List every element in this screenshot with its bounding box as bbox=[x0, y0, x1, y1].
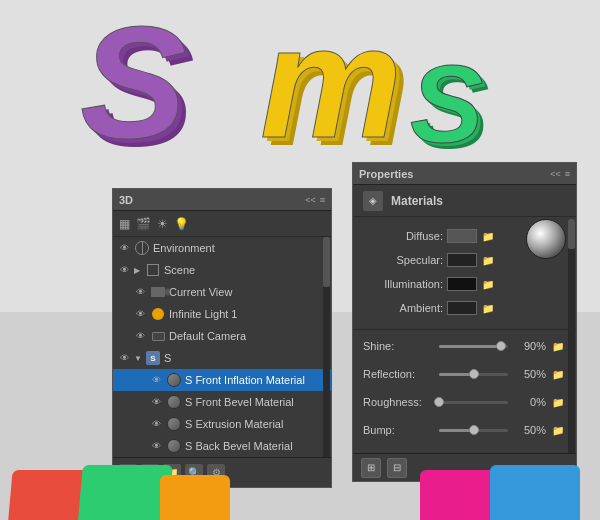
prop-scrollbar[interactable] bbox=[568, 219, 575, 469]
illumination-swatch[interactable] bbox=[447, 277, 477, 291]
toolbar-film-icon[interactable]: 🎬 bbox=[136, 217, 151, 231]
prop-row-diffuse: Diffuse: 📁 bbox=[363, 225, 521, 247]
eye-icon-environment[interactable]: 👁 bbox=[117, 241, 131, 255]
bottom-settings-icon[interactable]: ⚙ bbox=[207, 464, 225, 482]
prop-title-icons: << ≡ bbox=[550, 169, 570, 179]
specular-folder-icon[interactable]: 📁 bbox=[481, 253, 495, 267]
layer-label-s-front-bevel: S Front Bevel Material bbox=[185, 396, 327, 408]
sun-icon bbox=[150, 306, 166, 322]
panel-3d-title: 3D bbox=[119, 194, 133, 206]
bottom-new-icon[interactable]: + bbox=[141, 464, 159, 482]
layer-label-current-view: Current View bbox=[169, 286, 327, 298]
prop-bottom-icon-left[interactable]: ⊞ bbox=[361, 458, 381, 478]
prop-bottom-toolbar: ⊞ ⊟ bbox=[353, 453, 576, 481]
panel-3d-bottom-toolbar: 🗑 + 📁 🔍 ⚙ bbox=[113, 457, 331, 487]
layer-item-current-view[interactable]: 👁 Current View bbox=[113, 281, 331, 303]
toolbar-render-icon[interactable]: ☀ bbox=[157, 217, 168, 231]
prop-scrollbar-thumb bbox=[568, 219, 575, 249]
layer-item-s-front-bevel[interactable]: 👁 S Front Bevel Material bbox=[113, 391, 331, 413]
ambient-swatch[interactable] bbox=[447, 301, 477, 315]
toolbar-table-icon[interactable]: ▦ bbox=[119, 217, 130, 231]
layer-item-s-group[interactable]: 👁 ▼ S S bbox=[113, 347, 331, 369]
roughness-folder-icon[interactable]: 📁 bbox=[552, 397, 566, 408]
prop-bottom-icon-right[interactable]: ⊟ bbox=[387, 458, 407, 478]
shine-fill bbox=[439, 345, 501, 348]
roughness-label: Roughness: bbox=[363, 396, 433, 408]
bg-letter-s: S bbox=[80, 10, 187, 174]
bottom-folder-icon[interactable]: 📁 bbox=[163, 464, 181, 482]
bg-letter-s2: S bbox=[410, 40, 483, 167]
illumination-label: Illumination: bbox=[363, 278, 443, 290]
reflection-thumb[interactable] bbox=[469, 369, 479, 379]
layer-item-s-extrusion[interactable]: 👁 S Extrusion Material bbox=[113, 413, 331, 435]
toolbar-light-icon[interactable]: 💡 bbox=[174, 217, 189, 231]
globe-icon bbox=[134, 240, 150, 256]
layer-item-s-back-bevel[interactable]: 👁 S Back Bevel Material bbox=[113, 435, 331, 457]
layer-label-s-back-bevel: S Back Bevel Material bbox=[185, 440, 327, 452]
layer-item-s-front-inflation[interactable]: 👁 S Front Inflation Material bbox=[113, 369, 331, 391]
materials-title: Materials bbox=[391, 194, 443, 208]
bottom-search-icon[interactable]: 🔍 bbox=[185, 464, 203, 482]
3d-letters-bg: S m S bbox=[60, 10, 560, 185]
eye-icon-s-front-inflation[interactable]: 👁 bbox=[149, 373, 163, 387]
bottom-trash-icon[interactable]: 🗑 bbox=[119, 464, 137, 482]
diffuse-label: Diffuse: bbox=[363, 230, 443, 242]
panel-3d-collapse-btn[interactable]: << bbox=[305, 195, 316, 205]
bump-thumb[interactable] bbox=[469, 425, 479, 435]
reflection-label: Reflection: bbox=[363, 368, 433, 380]
scene-icon bbox=[145, 262, 161, 278]
eye-icon-default-camera[interactable]: 👁 bbox=[133, 329, 147, 343]
layer-label-default-camera: Default Camera bbox=[169, 330, 327, 342]
reflection-folder-icon[interactable]: 📁 bbox=[552, 369, 566, 380]
eye-icon-s-extrusion[interactable]: 👁 bbox=[149, 417, 163, 431]
prop-section-header: ◈ Materials bbox=[353, 185, 576, 217]
bg-letter-m: m bbox=[260, 10, 402, 174]
material-sphere-preview bbox=[526, 219, 566, 259]
layer-item-infinite-light-1[interactable]: 👁 Infinite Light 1 bbox=[113, 303, 331, 325]
eye-icon-s-front-bevel[interactable]: 👁 bbox=[149, 395, 163, 409]
prop-collapse-btn[interactable]: << bbox=[550, 169, 561, 179]
ambient-folder-icon[interactable]: 📁 bbox=[481, 301, 495, 315]
prop-row-ambient: Ambient: 📁 bbox=[363, 297, 521, 319]
bump-folder-icon[interactable]: 📁 bbox=[552, 425, 566, 436]
shine-folder-icon[interactable]: 📁 bbox=[552, 341, 566, 352]
specular-swatch[interactable] bbox=[447, 253, 477, 267]
eye-icon-scene[interactable]: 👁 bbox=[117, 263, 131, 277]
layer-item-scene[interactable]: 👁 ▶ Scene bbox=[113, 259, 331, 281]
diffuse-folder-icon[interactable]: 📁 bbox=[481, 229, 495, 243]
prop-divider bbox=[353, 329, 576, 330]
reflection-value: 50% bbox=[514, 368, 546, 380]
bump-track[interactable] bbox=[439, 429, 508, 432]
panel-3d-scrollbar-thumb bbox=[323, 237, 330, 287]
eye-icon-infinite-light-1[interactable]: 👁 bbox=[133, 307, 147, 321]
illumination-folder-icon[interactable]: 📁 bbox=[481, 277, 495, 291]
ambient-label: Ambient: bbox=[363, 302, 443, 314]
reflection-track[interactable] bbox=[439, 373, 508, 376]
panel-properties: Properties << ≡ ◈ Materials Diffuse: 📁 S… bbox=[352, 162, 577, 482]
eye-icon-current-view[interactable]: 👁 bbox=[133, 285, 147, 299]
bump-value: 50% bbox=[514, 424, 546, 436]
expand-s-group[interactable]: ▼ bbox=[134, 354, 142, 363]
shine-value: 90% bbox=[514, 340, 546, 352]
material-icon-s-extrusion bbox=[166, 416, 182, 432]
roughness-thumb[interactable] bbox=[434, 397, 444, 407]
shine-thumb[interactable] bbox=[496, 341, 506, 351]
prop-row-illumination: Illumination: 📁 bbox=[363, 273, 521, 295]
eye-icon-s-back-bevel[interactable]: 👁 bbox=[149, 439, 163, 453]
prop-row-specular: Specular: 📁 bbox=[363, 249, 521, 271]
layer-label-environment: Environment bbox=[153, 242, 327, 254]
panel-3d-scrollbar[interactable] bbox=[323, 237, 330, 459]
diffuse-swatch[interactable] bbox=[447, 229, 477, 243]
prop-title: Properties bbox=[359, 168, 413, 180]
panel-3d-toolbar: ▦ 🎬 ☀ 💡 bbox=[113, 211, 331, 237]
roughness-track[interactable] bbox=[439, 401, 508, 404]
eye-icon-s-group[interactable]: 👁 bbox=[117, 351, 131, 365]
layer-item-environment[interactable]: 👁 Environment bbox=[113, 237, 331, 259]
layer-label-scene: Scene bbox=[164, 264, 327, 276]
shine-track[interactable] bbox=[439, 345, 508, 348]
layer-item-default-camera[interactable]: 👁 Default Camera bbox=[113, 325, 331, 347]
panel-3d-menu-btn[interactable]: ≡ bbox=[320, 195, 325, 205]
camera2-icon bbox=[150, 328, 166, 344]
prop-menu-btn[interactable]: ≡ bbox=[565, 169, 570, 179]
expand-scene[interactable]: ▶ bbox=[134, 266, 142, 275]
